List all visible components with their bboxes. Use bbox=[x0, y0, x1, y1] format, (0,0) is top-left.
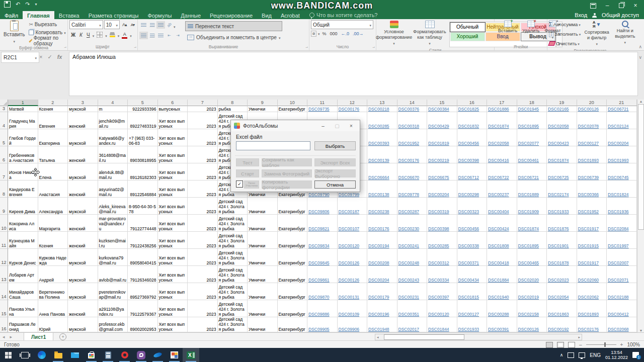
scroll-left-icon[interactable]: ◂ bbox=[375, 335, 379, 339]
cell[interactable]: Умнички bbox=[248, 249, 278, 266]
column-header-19[interactable]: 19 bbox=[547, 100, 577, 106]
photo-link-cell[interactable]: DSC00456 bbox=[457, 129, 488, 146]
cell[interactable]: Хит всех выпускных bbox=[158, 129, 188, 146]
cell[interactable]: Хит всех выпускных bbox=[158, 283, 188, 300]
number-format-select[interactable]: Общий bbox=[311, 20, 373, 29]
photo-link-cell[interactable]: DSC06670 bbox=[397, 163, 428, 180]
photo-link-cell[interactable]: DSC01832 bbox=[457, 112, 488, 129]
photo-link-cell[interactable]: DSC06721 bbox=[607, 106, 637, 112]
cell[interactable]: 2023 bbox=[188, 215, 218, 232]
cell[interactable]: 3614808@mail.ru bbox=[98, 146, 128, 163]
cell[interactable]: 2023 bbox=[188, 300, 218, 317]
cell[interactable]: Хит всех выпускных bbox=[158, 198, 188, 215]
tab-данные[interactable]: Данные bbox=[176, 11, 205, 19]
cell[interactable]: Анна Панова bbox=[38, 300, 68, 317]
photo-link-cell[interactable]: DSC09834 bbox=[307, 232, 338, 249]
tab-вид[interactable]: Вид bbox=[257, 11, 276, 19]
photo-link-cell[interactable]: DSC09861 bbox=[307, 266, 338, 283]
cell[interactable]: Ксения bbox=[38, 232, 68, 249]
photo-link-cell[interactable]: DSC00120 bbox=[427, 300, 457, 317]
cancel-entry-icon[interactable]: × bbox=[39, 54, 42, 60]
cell[interactable]: Умнички bbox=[248, 317, 278, 332]
mail-taskbar-button[interactable] bbox=[66, 348, 83, 362]
photo-link-cell[interactable]: DSC00109 bbox=[338, 300, 368, 317]
underline-button[interactable] bbox=[85, 31, 92, 39]
align-center-icon[interactable] bbox=[148, 32, 156, 39]
scroll-up-icon[interactable]: ▲ bbox=[639, 100, 643, 103]
photo-link-cell[interactable]: DSC00230 bbox=[397, 215, 428, 232]
borders-button[interactable] bbox=[95, 31, 104, 39]
photo-link-cell[interactable]: DSC00231 bbox=[397, 283, 428, 300]
align-bottom-icon[interactable] bbox=[156, 21, 165, 29]
cell[interactable]: Хит всех выпускных bbox=[158, 163, 188, 180]
cell[interactable]: Детский сад 424 г. Золотая рыбка bbox=[218, 300, 248, 317]
page-break-view-icon[interactable] bbox=[568, 342, 575, 348]
photo-link-cell[interactable]: DSC02054 bbox=[547, 283, 577, 300]
photo-link-cell[interactable]: DSC06745 bbox=[607, 163, 637, 180]
column-header-15[interactable]: 15 bbox=[427, 100, 457, 106]
photo-link-cell[interactable]: DSC06739 bbox=[577, 163, 607, 180]
photo-link-cell[interactable]: DSC00176 bbox=[367, 215, 397, 232]
photo-link-cell[interactable]: DSC00338 bbox=[457, 232, 488, 249]
row-header-6[interactable]: 6 bbox=[0, 146, 8, 163]
photo-link-cell[interactable]: DSC00384 bbox=[427, 106, 457, 112]
column-header-14[interactable]: 14 bbox=[397, 100, 428, 106]
cell[interactable]: jenchik09@mail.ru bbox=[98, 112, 128, 129]
photo-link-cell[interactable]: DSC02176 bbox=[577, 317, 607, 332]
cell[interactable]: Екатеринбург bbox=[278, 317, 308, 332]
photo-link-cell[interactable]: DSC00179 bbox=[367, 283, 397, 300]
cut-button[interactable]: Вырезать bbox=[28, 21, 66, 28]
cell[interactable]: Умнички bbox=[248, 283, 278, 300]
cell[interactable]: Евгения bbox=[38, 112, 68, 129]
cell[interactable]: Хит всех выпускных bbox=[158, 112, 188, 129]
row-header-15[interactable]: 15 bbox=[0, 300, 8, 317]
photo-link-cell[interactable]: DSC00318 bbox=[397, 112, 428, 129]
cell[interactable]: 2023 bbox=[188, 198, 218, 215]
cell[interactable]: Лобарев Артем bbox=[8, 266, 38, 283]
cell[interactable]: 2023 bbox=[188, 317, 218, 332]
photo-link-cell[interactable]: DSC00204 bbox=[367, 266, 397, 283]
cell[interactable]: Хит всех выпускных bbox=[158, 232, 188, 249]
percent-style-icon[interactable]: % bbox=[321, 31, 328, 36]
cell[interactable]: Ксения bbox=[38, 106, 68, 112]
photo-link-cell[interactable]: DSC09905 bbox=[307, 317, 338, 332]
row-header-13[interactable]: 13 bbox=[0, 266, 8, 283]
hidden-icons-chevron-icon[interactable]: ∧ bbox=[560, 352, 564, 357]
cell[interactable]: Михайдаров Саша bbox=[8, 283, 38, 300]
photo-link-cell[interactable]: DSC01874 bbox=[517, 215, 547, 232]
cell[interactable]: мужской bbox=[68, 266, 98, 283]
photo-link-cell[interactable]: DSC02078 bbox=[577, 112, 607, 129]
cell[interactable]: 89527369792 bbox=[128, 283, 158, 300]
cell[interactable]: Гладунец Мария bbox=[8, 112, 38, 129]
cell[interactable]: Гребенникова Анастасия bbox=[8, 146, 38, 163]
cell-style-обычный[interactable]: Обычный bbox=[450, 23, 485, 32]
photo-link-cell[interactable]: DSC01997 bbox=[607, 232, 637, 249]
cell[interactable]: женский bbox=[68, 112, 98, 129]
decrease-decimal-icon[interactable]: .00→ bbox=[352, 31, 365, 36]
cell[interactable]: Екатерина bbox=[38, 129, 68, 146]
cell[interactable]: Детский сад 424 г. Золотая рыбка bbox=[218, 249, 248, 266]
file-explorer-taskbar-button[interactable] bbox=[50, 348, 66, 362]
cell[interactable]: 89227483319 bbox=[128, 112, 158, 129]
photo-link-cell[interactable]: DSC00243 bbox=[397, 266, 428, 283]
align-top-icon[interactable] bbox=[139, 21, 148, 29]
cell[interactable]: Aleks_kireeva@mail.ru bbox=[98, 198, 128, 215]
calculator-taskbar-button[interactable] bbox=[100, 348, 116, 362]
viber-taskbar-button[interactable] bbox=[133, 348, 149, 362]
photo-link-cell[interactable]: DSC00418 bbox=[487, 249, 517, 266]
cell[interactable]: professor.ekb@gmail.com bbox=[98, 317, 128, 332]
photo-link-cell[interactable]: DSC09821 bbox=[307, 215, 338, 232]
participant-folders-checkbox[interactable]: ✓ bbox=[236, 180, 243, 188]
cancel-button[interactable]: Отмена bbox=[314, 180, 356, 189]
column-header-21[interactable]: 21 bbox=[607, 100, 637, 106]
photo-link-cell[interactable]: DSC09886 bbox=[307, 300, 338, 317]
cell[interactable]: Хит всех выпускных bbox=[158, 266, 188, 283]
name-box[interactable]: R2C1 bbox=[1, 52, 39, 63]
clipboard-dialog-launcher-icon[interactable]: ⌐ bbox=[64, 45, 66, 50]
cell[interactable]: Хит всех выпускных bbox=[158, 317, 188, 332]
photo-link-cell[interactable]: DSC00176 bbox=[397, 146, 428, 163]
photo-link-cell[interactable]: DSC01874 bbox=[547, 146, 577, 163]
photo-link-cell[interactable]: DSC00434 bbox=[457, 266, 488, 283]
format-as-table-button[interactable]: Форматировать как таблицу bbox=[412, 20, 447, 47]
scroll-down-icon[interactable]: ▼ bbox=[639, 329, 643, 332]
